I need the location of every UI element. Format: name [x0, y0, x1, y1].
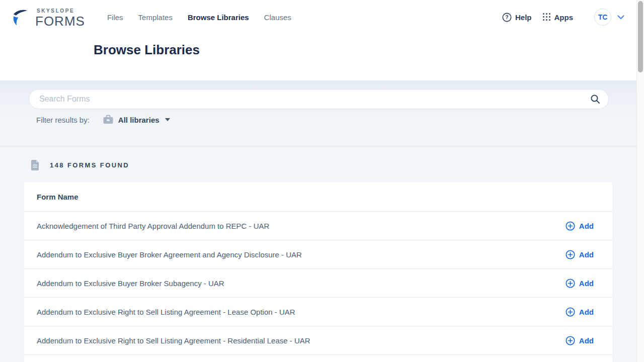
page-title: Browse Libraries	[94, 42, 636, 58]
chevron-down-icon[interactable]	[617, 15, 624, 20]
add-label: Add	[579, 336, 594, 345]
add-label: Add	[579, 250, 594, 259]
forms-found-row: 148 FORMS FOUND	[31, 160, 636, 170]
nav-item-browse-libraries[interactable]: Browse Libraries	[188, 13, 249, 22]
apps-grid-icon	[543, 13, 551, 21]
main-nav: Files Templates Browse Libraries Clauses	[107, 13, 291, 22]
help-question-icon: ?	[502, 13, 512, 22]
help-label: Help	[515, 13, 532, 22]
library-filter-dropdown[interactable]: All libraries	[103, 115, 170, 125]
dropdown-caret-icon	[165, 118, 170, 121]
forms-found-count: 148 FORMS FOUND	[50, 161, 129, 169]
search-form-container	[29, 89, 609, 109]
page-header: SKYSLOPE FORMS Files Templates Browse Li…	[0, 0, 636, 80]
add-plus-icon	[566, 250, 575, 259]
help-button[interactable]: ? Help	[502, 13, 532, 22]
add-label: Add	[579, 308, 594, 316]
form-name-text: Addendum to Exclusive Buyer Broker Agree…	[37, 250, 302, 259]
filter-label: Filter results by:	[36, 116, 90, 124]
skyslope-forms-logo[interactable]: SKYSLOPE FORMS	[12, 7, 85, 28]
filter-row: Filter results by: All libraries	[36, 115, 170, 125]
logo-forms-label: FORMS	[35, 15, 85, 28]
briefcase-icon	[103, 115, 114, 125]
search-input[interactable]	[39, 95, 590, 104]
add-plus-icon	[566, 336, 575, 345]
avatar[interactable]: TC	[594, 9, 611, 26]
form-name-text: Acknowledgement of Third Party Approval …	[37, 222, 269, 230]
table-row[interactable]	[24, 354, 612, 362]
apps-label: Apps	[554, 13, 574, 22]
add-form-button[interactable]: Add	[566, 336, 594, 345]
vertical-scrollbar-thumb[interactable]	[638, 1, 643, 72]
search-icon	[590, 94, 600, 104]
skyslope-forms-app: SKYSLOPE FORMS Files Templates Browse Li…	[0, 0, 644, 362]
results-section: 148 FORMS FOUND Form Name Acknowledgemen…	[0, 147, 636, 362]
add-form-button[interactable]: Add	[566, 307, 594, 317]
document-icon	[31, 160, 39, 170]
add-plus-icon	[566, 221, 575, 231]
form-name-text: Addendum to Exclusive Buyer Broker Subag…	[37, 279, 224, 288]
table-row[interactable]: Addendum to Exclusive Right to Sell List…	[24, 326, 612, 354]
table-row[interactable]: Addendum to Exclusive Buyer Broker Agree…	[24, 240, 612, 268]
top-navigation-bar: SKYSLOPE FORMS Files Templates Browse Li…	[0, 0, 636, 34]
form-name-text: Addendum to Exclusive Right to Sell List…	[37, 336, 310, 345]
logo-text: SKYSLOPE FORMS	[35, 7, 85, 28]
search-filter-section: Filter results by: All libraries	[0, 80, 636, 146]
skyslope-swoosh-icon	[12, 8, 31, 27]
table-row[interactable]: Acknowledgement of Third Party Approval …	[24, 211, 612, 240]
table-body: Acknowledgement of Third Party Approval …	[24, 211, 612, 362]
add-label: Add	[579, 222, 594, 230]
nav-item-clauses[interactable]: Clauses	[264, 13, 291, 22]
add-plus-icon	[566, 307, 575, 317]
add-label: Add	[579, 279, 594, 288]
topbar-right-actions: ? Help Apps TC	[502, 9, 624, 26]
apps-button[interactable]: Apps	[543, 13, 574, 22]
add-form-button[interactable]: Add	[566, 221, 594, 231]
nav-item-files[interactable]: Files	[107, 13, 123, 22]
form-name-text: Addendum to Exclusive Right to Sell List…	[37, 308, 295, 316]
logo-skyslope-label: SKYSLOPE	[37, 9, 85, 14]
column-header-form-name: Form Name	[37, 193, 78, 201]
library-filter-value: All libraries	[118, 116, 159, 124]
search-button[interactable]	[590, 94, 600, 104]
nav-item-templates[interactable]: Templates	[138, 13, 173, 22]
forms-table: Form Name Acknowledgement of Third Party…	[24, 183, 612, 362]
account-menu: TC	[594, 9, 624, 26]
add-form-button[interactable]: Add	[566, 279, 594, 288]
vertical-scrollbar-track[interactable]	[636, 0, 644, 362]
add-plus-icon	[566, 279, 575, 288]
table-row[interactable]: Addendum to Exclusive Buyer Broker Subag…	[24, 268, 612, 297]
svg-text:?: ?	[505, 15, 508, 20]
add-form-button[interactable]: Add	[566, 250, 594, 259]
table-row[interactable]: Addendum to Exclusive Right to Sell List…	[24, 297, 612, 326]
table-header-row: Form Name	[24, 183, 612, 211]
